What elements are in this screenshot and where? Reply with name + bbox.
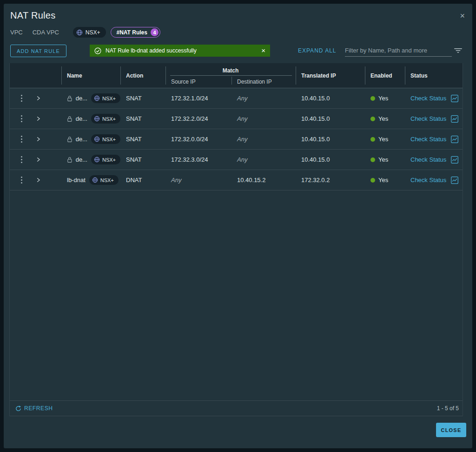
row-menu-icon[interactable] [19, 175, 24, 185]
chevron-right-icon[interactable] [36, 96, 41, 101]
nat-rules-count-pill[interactable]: #NAT Rules 4 [111, 27, 160, 38]
check-status-link[interactable]: Check Status [410, 136, 446, 143]
row-menu-icon[interactable] [19, 154, 24, 165]
check-status-link[interactable]: Check Status [410, 156, 446, 163]
success-banner: NAT Rule lb-dnat added successfully × [90, 45, 270, 57]
nsx-globe-icon [92, 177, 98, 183]
row-menu-icon[interactable] [19, 113, 24, 124]
rule-status: Check Status [405, 109, 463, 129]
rule-status: Check Status [405, 129, 463, 149]
check-circle-icon [94, 47, 101, 54]
status-chart-icon[interactable] [451, 136, 458, 143]
rule-source-ip: 172.32.2.0/24 [165, 109, 231, 129]
nat-rules-table: Name Action Match Source IP Destination … [9, 63, 463, 416]
nsx-row-tag: NSX+ [91, 155, 120, 164]
close-button[interactable]: CLOSE [436, 423, 466, 437]
rule-enabled: Yes [365, 150, 405, 170]
nat-rules-dialog: NAT Rules × VPC CDA VPC NSX+ #NAT Rules … [4, 4, 472, 448]
nsx-tag: NSX+ [73, 27, 106, 38]
check-status-link[interactable]: Check Status [410, 95, 446, 102]
enabled-dot-icon [370, 117, 375, 121]
status-chart-icon[interactable] [451, 156, 458, 164]
refresh-icon [15, 406, 21, 412]
rule-destination-ip: Any [231, 88, 296, 108]
rule-name: de... [76, 95, 87, 102]
rule-name: lb-dnat [67, 177, 86, 183]
table-row: de... NSX+ SNAT 172.32.0.0/24 Any 10.40.… [10, 129, 463, 150]
nsx-globe-icon [94, 116, 100, 122]
rule-enabled: Yes [365, 129, 405, 149]
status-chart-icon[interactable] [451, 177, 458, 184]
chevron-right-icon[interactable] [36, 157, 41, 162]
rule-enabled: Yes [365, 88, 405, 108]
table-empty-area [10, 190, 463, 400]
banner-message: NAT Rule lb-dnat added successfully [106, 47, 261, 54]
column-controls [10, 63, 61, 88]
enabled-dot-icon [370, 178, 375, 183]
rule-translated-ip: 10.40.15.0 [296, 129, 365, 149]
rule-destination-ip: Any [231, 109, 296, 129]
dialog-close-icon[interactable]: × [460, 12, 465, 20]
nsx-globe-icon [76, 29, 83, 36]
table-footer: REFRESH 1 - 5 of 5 [10, 400, 463, 416]
chevron-right-icon[interactable] [36, 177, 41, 183]
row-menu-icon[interactable] [19, 134, 24, 144]
column-name: Name [61, 63, 120, 88]
lock-icon [67, 157, 73, 163]
nsx-row-tag: NSX+ [89, 175, 119, 185]
rule-status: Check Status [405, 88, 463, 108]
rule-destination-ip: Any [231, 150, 296, 170]
column-destination-ip: Destination IP [231, 76, 296, 88]
rule-status: Check Status [405, 150, 463, 170]
chevron-right-icon[interactable] [36, 137, 41, 142]
rule-source-ip: 172.32.1.0/24 [165, 88, 231, 108]
chevron-right-icon[interactable] [36, 116, 41, 121]
rule-source-ip: 172.32.0.0/24 [165, 129, 231, 149]
nsx-globe-icon [94, 95, 100, 101]
rule-status: Check Status [405, 170, 463, 190]
filter-field [345, 45, 452, 57]
rule-destination-ip: Any [231, 129, 296, 149]
nsx-globe-icon [94, 136, 100, 142]
rule-action: DNAT [120, 170, 165, 190]
enabled-dot-icon [370, 137, 375, 142]
column-match-label: Match [165, 63, 296, 75]
filter-input[interactable] [345, 45, 452, 56]
nat-rules-count-label: #NAT Rules [117, 29, 147, 36]
nsx-row-tag: NSX+ [91, 134, 120, 144]
rule-name: de... [76, 156, 87, 163]
column-status: Status [405, 63, 463, 88]
rule-action: SNAT [120, 109, 165, 129]
breadcrumb-vpc: VPC [10, 29, 23, 36]
table-header: Name Action Match Source IP Destination … [10, 63, 463, 88]
status-chart-icon[interactable] [451, 115, 458, 123]
expand-all-link[interactable]: EXPAND ALL [298, 47, 336, 54]
table-row: de... NSX+ SNAT 172.32.1.0/24 Any 10.40.… [10, 88, 463, 109]
enabled-dot-icon [370, 157, 375, 162]
nsx-tag-label: NSX+ [86, 29, 100, 36]
refresh-button[interactable]: REFRESH [15, 405, 53, 412]
check-status-link[interactable]: Check Status [410, 177, 446, 183]
rule-source-ip: 172.32.3.0/24 [165, 150, 231, 170]
rule-translated-ip: 10.40.15.0 [296, 109, 365, 129]
rule-enabled: Yes [365, 109, 405, 129]
rule-name: de... [76, 136, 87, 143]
add-nat-rule-button[interactable]: ADD NAT RULE [10, 45, 66, 57]
rule-enabled: Yes [365, 170, 405, 190]
table-row: lb-dnat NSX+ DNAT Any 10.40.15.2 172.32.… [10, 170, 463, 190]
rule-action: SNAT [120, 88, 165, 108]
table-row: de... NSX+ SNAT 172.32.3.0/24 Any 10.40.… [10, 150, 463, 170]
lock-icon [67, 136, 73, 143]
nsx-row-tag: NSX+ [91, 114, 120, 124]
filter-icon[interactable] [454, 46, 463, 56]
banner-close-icon[interactable]: × [261, 48, 265, 53]
rule-action: SNAT [120, 150, 165, 170]
rule-translated-ip: 10.40.15.0 [296, 150, 365, 170]
status-chart-icon[interactable] [451, 95, 458, 102]
row-menu-icon[interactable] [19, 93, 24, 104]
toolbar: ADD NAT RULE NAT Rule lb-dnat added succ… [4, 45, 472, 57]
check-status-link[interactable]: Check Status [410, 115, 446, 122]
rule-translated-ip: 172.32.0.2 [296, 170, 365, 190]
column-translated-ip: Translated IP [296, 63, 365, 88]
pagination-range: 1 - 5 of 5 [437, 405, 459, 412]
